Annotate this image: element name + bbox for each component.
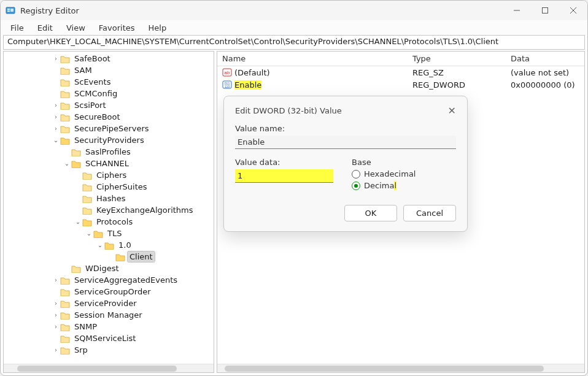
tree-item-keyexchangealgorithms[interactable]: KeyExchangeAlgorithms [4,204,214,216]
window-controls [503,1,587,20]
tree-horizontal-scrollbar[interactable] [4,364,214,372]
menu-file[interactable]: File [4,22,30,34]
tree-item-label: Ciphers [95,170,128,180]
tree-item-schannel[interactable]: ⌄SCHANNEL [4,158,214,169]
tree-item-hashes[interactable]: Hashes [4,193,214,204]
tree-item-scsiport[interactable]: ›ScsiPort [4,99,214,111]
tree-item-label: ScsiPort [72,100,108,110]
maximize-button[interactable] [531,1,559,20]
tree-item-1-0[interactable]: ⌄1.0 [4,239,214,251]
reg-dword-icon: 011110 [222,80,232,90]
value-name: Enable [234,80,261,90]
ok-button[interactable]: OK [344,205,397,221]
tree-item-servicegrouporder[interactable]: ServiceGroupOrder [4,286,214,297]
chevron-down-icon[interactable]: ⌄ [74,218,82,225]
value-row[interactable]: ab(Default)REG_SZ(value not set) [217,66,584,79]
folder-icon [60,288,70,296]
tree-item-scevents[interactable]: ScEvents [4,76,214,88]
chevron-down-icon[interactable]: ⌄ [63,160,71,167]
close-button[interactable] [559,1,587,20]
reg-sz-icon: ab [222,67,232,77]
column-header-type[interactable]: Type [408,53,506,64]
cancel-button[interactable]: Cancel [403,205,456,221]
tree-item-label: SAM [72,65,94,75]
folder-icon [60,136,70,145]
folder-icon [60,125,70,133]
value-name-input[interactable] [235,136,456,149]
value-data-input[interactable] [235,169,333,183]
chevron-right-icon[interactable]: › [52,277,60,283]
tree-item-label: TLS [106,228,123,239]
svg-rect-4 [543,8,548,13]
tree-item-saslprofiles[interactable]: SaslProfiles [4,146,214,158]
chevron-right-icon[interactable]: › [52,125,60,132]
address-bar[interactable]: Computer\HKEY_LOCAL_MACHINE\SYSTEM\Curre… [3,35,585,50]
chevron-down-icon[interactable]: ⌄ [85,230,93,237]
tree-item-ciphers[interactable]: Ciphers [4,169,214,181]
folder-icon [71,264,81,273]
dialog-close-icon[interactable]: ✕ [448,105,456,117]
chevron-down-icon[interactable]: ⌄ [96,242,104,248]
tree-item-secureboot[interactable]: ›SecureBoot [4,111,214,123]
values-pane: Name Type Data ab(Default)REG_SZ(value n… [217,51,585,373]
folder-icon [104,241,114,250]
chevron-right-icon[interactable]: › [52,55,60,62]
tree-item-client[interactable]: Client [4,251,214,263]
folder-icon [82,206,92,215]
menubar: FileEditViewFavoritesHelp [1,20,587,35]
tree-item-label: SaslProfiles [83,147,133,157]
tree-item-label: SecurePipeServers [72,123,151,134]
folder-icon [60,90,70,98]
folder-icon [71,148,81,156]
radio-icon [352,182,360,190]
tree-item-protocols[interactable]: ⌄Protocols [4,216,214,228]
tree-item-serviceprovider[interactable]: ›ServiceProvider [4,297,214,309]
main-split: ›SafeBootSAMScEventsSCMConfig›ScsiPort›S… [1,50,587,375]
value-name: (Default) [234,68,270,77]
values-horizontal-scrollbar[interactable] [217,364,584,372]
value-row[interactable]: 011110EnableREG_DWORD0x00000000 (0) [217,79,584,91]
tree-item-sqmservicelist[interactable]: SQMServiceList [4,332,214,344]
base-decimal-radio[interactable]: Decimal [352,181,456,190]
minimize-button[interactable] [503,1,531,20]
tree-item-safeboot[interactable]: ›SafeBoot [4,53,214,64]
chevron-right-icon[interactable]: › [52,347,60,353]
chevron-right-icon[interactable]: › [52,312,60,318]
radio-icon [352,170,360,178]
folder-icon [60,78,70,86]
svg-text:ab: ab [225,70,230,75]
menu-help[interactable]: Help [142,22,173,34]
tree-item-srp[interactable]: ›Srp [4,344,214,356]
value-type: REG_SZ [408,67,506,78]
chevron-right-icon[interactable]: › [52,300,60,307]
value-data-label: Value data: [235,158,333,167]
base-hexadecimal-radio[interactable]: Hexadecimal [352,169,456,178]
menu-favorites[interactable]: Favorites [93,22,141,34]
chevron-right-icon[interactable]: › [52,102,60,109]
menu-view[interactable]: View [60,22,91,34]
tree-item-snmp[interactable]: ›SNMP [4,321,214,332]
window-title: Registry Editor [20,6,79,15]
tree-item-sam[interactable]: SAM [4,64,214,76]
menu-edit[interactable]: Edit [31,22,59,34]
tree-item-label: 1.0 [117,240,133,250]
values-header: Name Type Data [217,52,584,66]
chevron-right-icon[interactable]: › [52,323,60,330]
registry-tree[interactable]: ›SafeBootSAMScEventsSCMConfig›ScsiPort›S… [4,52,214,364]
tree-item-securepipeservers[interactable]: ›SecurePipeServers [4,123,214,134]
tree-item-label: SCMConfig [72,88,119,99]
tree-item-wdigest[interactable]: WDigest [4,263,214,274]
tree-item-label: Client [128,251,155,262]
chevron-down-icon[interactable]: ⌄ [52,137,60,144]
tree-item-ciphersuites[interactable]: CipherSuites [4,181,214,193]
tree-item-label: ServiceProvider [72,298,139,309]
tree-item-label: Session Manager [72,310,144,320]
tree-item-securityproviders[interactable]: ⌄SecurityProviders [4,134,214,146]
tree-item-scmconfig[interactable]: SCMConfig [4,88,214,99]
tree-item-tls[interactable]: ⌄TLS [4,228,214,239]
column-header-data[interactable]: Data [506,53,584,64]
tree-item-session-manager[interactable]: ›Session Manager [4,309,214,321]
tree-item-serviceaggregatedevents[interactable]: ›ServiceAggregatedEvents [4,274,214,286]
column-header-name[interactable]: Name [217,53,408,64]
chevron-right-icon[interactable]: › [52,113,60,120]
